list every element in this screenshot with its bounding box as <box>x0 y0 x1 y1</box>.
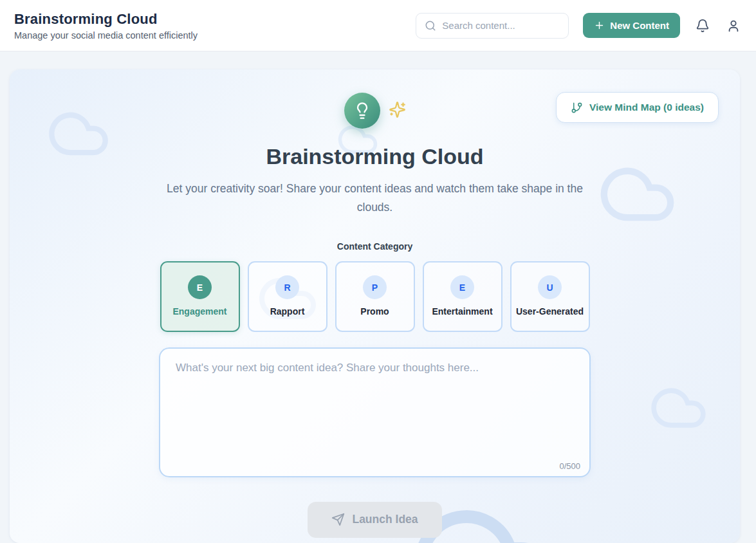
new-content-button[interactable]: New Content <box>583 13 680 38</box>
category-option-engagement[interactable]: E Engagement <box>160 261 240 332</box>
category-option-rapport[interactable]: R Rapport <box>248 261 327 332</box>
category-initial-badge: E <box>188 275 212 299</box>
app-branding: Brainstorming Cloud Manage your social m… <box>14 11 198 41</box>
category-option-label: Promo <box>360 306 389 317</box>
category-initial-badge: E <box>450 275 474 299</box>
search-icon <box>425 20 436 32</box>
new-content-label: New Content <box>610 20 669 31</box>
page-subtitle: Let your creativity soar! Share your con… <box>159 179 591 217</box>
category-label: Content Category <box>337 241 412 252</box>
cloud-decoration-top-left <box>37 102 120 166</box>
sparkles-icon <box>389 101 406 118</box>
lightbulb-icon <box>353 102 371 120</box>
category-option-user-generated[interactable]: U User-Generated <box>510 261 590 332</box>
category-initial-badge: P <box>363 275 387 299</box>
cloud-decoration-right <box>587 154 687 234</box>
view-mind-map-label: View Mind Map (0 ideas) <box>589 102 704 113</box>
user-icon <box>726 19 741 33</box>
app-header: Brainstorming Cloud Manage your social m… <box>0 0 756 51</box>
category-selector: E Engagement R Rapport P Promo E Enterta… <box>160 261 590 332</box>
hero-badge <box>344 93 406 129</box>
bell-icon <box>696 19 710 33</box>
char-counter: 0/500 <box>559 461 580 471</box>
profile-button[interactable] <box>725 17 742 34</box>
launch-idea-label: Launch Idea <box>352 513 418 526</box>
idea-textarea[interactable] <box>159 347 591 477</box>
header-actions: New Content <box>416 13 742 39</box>
launch-idea-button[interactable]: Launch Idea <box>308 502 441 538</box>
idea-input-wrapper: 0/500 <box>159 347 591 480</box>
plus-icon <box>594 20 605 31</box>
paper-plane-icon <box>331 513 345 526</box>
lightbulb-badge <box>344 93 380 129</box>
main-area: View Mind Map (0 ideas) Brainstorming Cl… <box>0 51 756 543</box>
category-option-label: User-Generated <box>516 306 584 317</box>
category-option-entertainment[interactable]: E Entertainment <box>423 261 502 332</box>
category-option-label: Rapport <box>270 306 305 317</box>
page-title: Brainstorming Cloud <box>266 144 483 169</box>
search-input[interactable] <box>442 20 560 31</box>
cloud-decoration-right-mid <box>641 378 715 437</box>
category-option-label: Engagement <box>172 306 226 317</box>
brainstorm-panel: View Mind Map (0 ideas) Brainstorming Cl… <box>10 69 740 543</box>
view-mind-map-button[interactable]: View Mind Map (0 ideas) <box>556 92 719 123</box>
category-initial-badge: U <box>538 275 562 299</box>
app-subtitle: Manage your social media content efficie… <box>14 30 198 41</box>
category-initial-badge: R <box>275 275 299 299</box>
git-branch-icon <box>571 102 583 114</box>
notifications-button[interactable] <box>694 17 711 34</box>
app-title: Brainstorming Cloud <box>14 11 198 28</box>
category-option-label: Entertainment <box>432 306 492 317</box>
category-option-promo[interactable]: P Promo <box>335 261 415 332</box>
search-box[interactable] <box>416 13 569 39</box>
brainstorm-content: Brainstorming Cloud Let your creativity … <box>159 69 591 538</box>
